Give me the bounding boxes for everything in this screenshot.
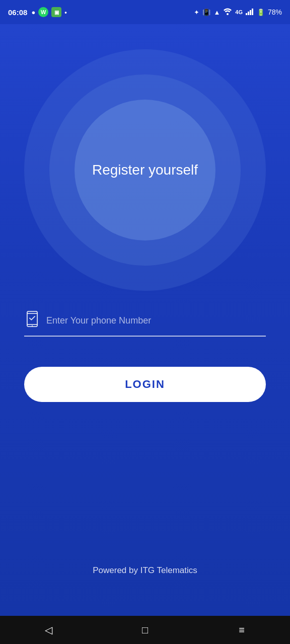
time-display: 06:08 bbox=[8, 8, 27, 17]
signal-bars-icon bbox=[246, 8, 254, 17]
wifi-icon: ● bbox=[31, 9, 35, 16]
dot-icon: • bbox=[64, 9, 67, 16]
svg-rect-1 bbox=[246, 13, 247, 15]
login-button[interactable]: LOGIN bbox=[24, 367, 266, 402]
svg-point-8 bbox=[32, 325, 33, 326]
navigation-bar: ◁ □ ≡ bbox=[0, 616, 290, 644]
back-button[interactable]: ◁ bbox=[33, 620, 63, 640]
vibrate-icon: 📳 bbox=[202, 9, 210, 16]
phone-number-input[interactable] bbox=[46, 315, 266, 326]
circles-container: Register yourself bbox=[0, 44, 290, 296]
wifi-signal-icon bbox=[223, 8, 232, 17]
phone-icon bbox=[24, 311, 40, 331]
status-right: ✦ 📳 ▲ 4G 🔋 78% bbox=[194, 8, 282, 17]
menu-button[interactable]: ≡ bbox=[227, 620, 257, 640]
home-button[interactable]: □ bbox=[130, 620, 160, 640]
signal-icon: ▲ bbox=[213, 9, 220, 16]
status-left: 06:08 ● W ▣ • bbox=[8, 7, 67, 17]
menu-icon: ≡ bbox=[239, 624, 245, 636]
phone-input-section bbox=[0, 311, 290, 337]
back-icon: ◁ bbox=[45, 624, 52, 636]
phone-input-container bbox=[24, 311, 266, 337]
app-icon: ▣ bbox=[51, 7, 61, 17]
network-icon: 4G bbox=[235, 9, 243, 15]
svg-rect-3 bbox=[250, 10, 251, 15]
status-bar: 06:08 ● W ▣ • ✦ 📳 ▲ 4G bbox=[0, 0, 290, 24]
battery-icon: 🔋 bbox=[257, 9, 265, 16]
powered-by-text: Powered by ITG Telematics bbox=[0, 566, 290, 576]
home-icon: □ bbox=[142, 624, 148, 636]
login-button-container: LOGIN bbox=[0, 367, 290, 402]
battery-percent: 78% bbox=[268, 8, 282, 16]
svg-rect-2 bbox=[248, 12, 249, 15]
svg-rect-4 bbox=[252, 9, 253, 15]
main-content: Register yourself LOGIN Powered by ITG T… bbox=[0, 24, 290, 616]
register-heading: Register yourself bbox=[92, 161, 198, 179]
whatsapp-icon: W bbox=[38, 7, 48, 17]
status-icons: ● W ▣ • bbox=[31, 7, 66, 17]
circle-inner: Register yourself bbox=[75, 100, 215, 240]
svg-point-0 bbox=[227, 13, 229, 15]
bluetooth-icon: ✦ bbox=[194, 9, 199, 16]
